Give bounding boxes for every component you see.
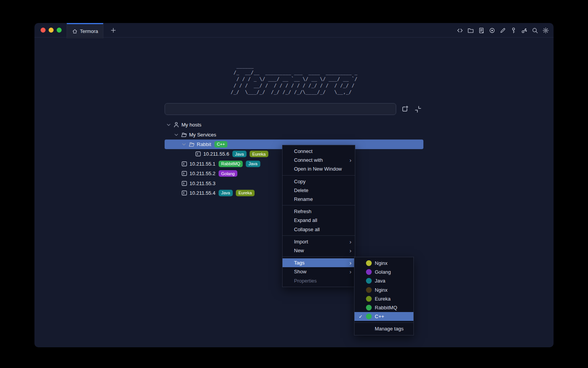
tree-item-label: 10.211.55.3 <box>189 181 216 186</box>
tag-option-label: Golang <box>375 269 391 275</box>
tag-badge-java: Java <box>246 161 260 167</box>
terminal-icon <box>181 161 188 167</box>
menu-item-label: Collapse all <box>294 227 320 232</box>
tag-color-dot <box>366 305 372 310</box>
chevron-down-icon[interactable] <box>181 141 187 147</box>
menu-item-label: Delete <box>294 187 309 193</box>
menu-item-properties: Properties <box>283 276 355 285</box>
edit-icon[interactable] <box>500 27 506 34</box>
menu-item-open-in-new-window[interactable]: Open in New Window <box>283 164 355 173</box>
chevron-down-icon[interactable] <box>166 122 172 128</box>
log-icon[interactable] <box>478 27 485 34</box>
checkmark-icon: ✓ <box>358 314 364 319</box>
tag-color-dot <box>366 287 372 293</box>
submenu-arrow-icon: › <box>350 239 351 245</box>
menu-item-tags[interactable]: Tags› <box>283 258 355 267</box>
add-host-button[interactable] <box>401 105 409 113</box>
tag-badge-golang: Golang <box>219 170 237 177</box>
tag-badge-java: Java <box>219 190 233 196</box>
menu-item-label: Tags <box>294 260 304 266</box>
minimize-button[interactable] <box>49 28 54 33</box>
menu-item-expand-all[interactable]: Expand all <box>283 216 355 225</box>
terminal-icon <box>181 180 188 187</box>
tree-item-label: 10.211.55.1 <box>189 161 216 167</box>
terminal-icon <box>181 190 188 196</box>
keychain-icon[interactable] <box>521 27 528 34</box>
chevron-down-icon[interactable] <box>173 132 179 138</box>
user-icon <box>173 122 180 128</box>
tag-badge-java: Java <box>232 151 247 157</box>
menu-item-copy[interactable]: Copy <box>283 177 355 186</box>
new-tab-button[interactable] <box>109 26 118 35</box>
tag-option-c-[interactable]: ✓C++ <box>354 312 413 321</box>
menu-item-label: Expand all <box>294 217 317 223</box>
tree-item-label: 10.211.55.4 <box>189 190 216 196</box>
code-icon[interactable] <box>457 27 463 34</box>
menu-item-show[interactable]: Show› <box>283 267 355 276</box>
tree-item-my-services[interactable]: My Services <box>165 130 423 139</box>
terminal-icon <box>195 151 201 157</box>
titlebar-toolbar <box>457 23 549 38</box>
app-window: Termora ______ /_ __/__ _________ ___ __… <box>34 23 554 347</box>
zoom-button[interactable] <box>57 28 62 33</box>
tag-color-dot <box>366 269 372 275</box>
settings-icon[interactable] <box>542 27 549 34</box>
search-row <box>165 103 423 115</box>
menu-item-refresh[interactable]: Refresh <box>283 207 355 216</box>
submenu-arrow-icon: › <box>350 248 351 253</box>
menu-item-delete[interactable]: Delete <box>283 186 355 195</box>
menu-item-collapse-all[interactable]: Collapse all <box>283 225 355 234</box>
tag-color-dot <box>366 314 372 319</box>
tag-color-dot <box>366 278 372 284</box>
menu-separator <box>283 175 355 176</box>
tree-item-label: Rabbit <box>197 141 211 147</box>
tag-option-java[interactable]: Java <box>354 276 413 285</box>
menu-item-new[interactable]: New› <box>283 246 355 255</box>
context-menu: ConnectConnect with›Open in New WindowCo… <box>282 145 355 287</box>
menu-item-label: Show <box>294 269 307 274</box>
menu-item-label: Import <box>294 239 308 245</box>
menu-separator <box>283 235 355 236</box>
tree-item-label: 10.211.55.2 <box>189 171 216 176</box>
tag-option-label: Java <box>375 278 385 284</box>
tag-option-label: Eureka <box>375 296 390 302</box>
menu-item-connect-with[interactable]: Connect with› <box>283 156 355 164</box>
tag-option-nginx[interactable]: Nginx <box>354 286 413 294</box>
folder-icon[interactable] <box>467 27 474 34</box>
tag-option-rabbitmq[interactable]: RabbitMQ <box>354 303 413 312</box>
terminal-icon <box>181 170 188 177</box>
collapse-all-button[interactable] <box>414 105 422 113</box>
menu-separator <box>354 322 413 323</box>
submenu-arrow-icon: › <box>350 269 351 274</box>
tag-color-dot <box>366 296 372 302</box>
menu-item-connect[interactable]: Connect <box>283 147 355 156</box>
menu-item-manage-tags[interactable]: Manage tags <box>354 324 413 333</box>
menu-item-rename[interactable]: Rename <box>283 195 355 204</box>
menu-item-import[interactable]: Import› <box>283 237 355 246</box>
close-button[interactable] <box>41 28 46 33</box>
menu-item-label: Refresh <box>294 209 312 214</box>
tag-option-label: RabbitMQ <box>375 305 397 310</box>
menu-item-label: New <box>294 248 304 253</box>
tag-badge-rabbitmq: RabbitMQ <box>219 161 243 167</box>
folder-open-icon <box>181 131 187 138</box>
tree-item-label: My hosts <box>181 122 201 128</box>
menu-separator <box>283 205 355 205</box>
record-icon[interactable] <box>489 27 495 34</box>
key-icon[interactable] <box>510 27 517 34</box>
tree-item-label: 10.211.55.6 <box>203 151 229 157</box>
search-icon[interactable] <box>532 27 538 34</box>
search-input[interactable] <box>165 103 396 115</box>
tag-option-golang[interactable]: Golang <box>354 268 413 276</box>
menu-separator <box>283 256 355 257</box>
tag-option-nginx[interactable]: Nginx <box>354 259 413 268</box>
tree-item-my-hosts[interactable]: My hosts <box>165 120 423 130</box>
tag-option-eureka[interactable]: Eureka <box>354 294 413 303</box>
tree-item-label: My Services <box>189 132 216 138</box>
folder-open-icon <box>188 141 195 148</box>
tab-title: Termora <box>80 28 98 34</box>
tag-option-label: C++ <box>375 314 384 319</box>
menu-item-label: Properties <box>294 278 317 284</box>
tag-badge-eureka: Eureka <box>236 190 255 196</box>
tab-termora[interactable]: Termora <box>67 23 103 38</box>
